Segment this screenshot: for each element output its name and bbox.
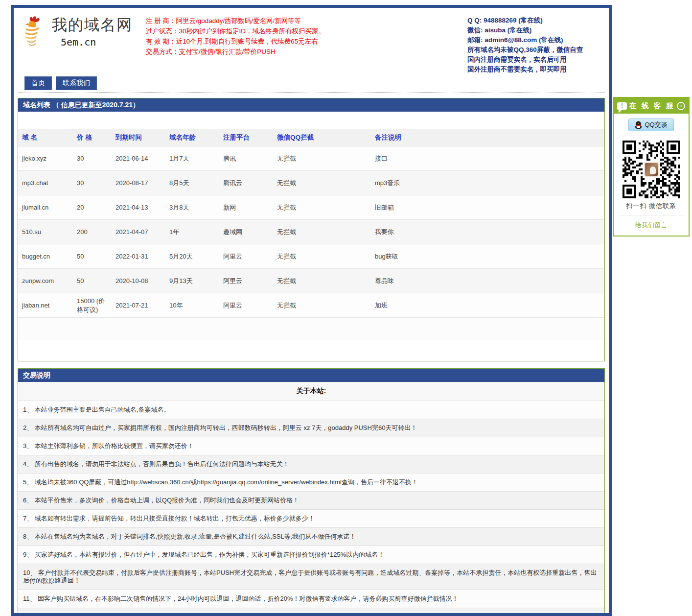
domain-list-spacer <box>18 112 604 129</box>
table-cell: 无拦截 <box>273 275 371 287</box>
table-cell: 尊品味 <box>371 275 604 287</box>
table-cell: 无拦截 <box>273 177 371 190</box>
customer-service-body: QQ交谈 扫一扫 微信联系 给我们留言 <box>614 114 689 236</box>
column-header: 到期时间 <box>112 131 165 144</box>
table-cell: 2020-08-17 <box>112 177 165 189</box>
table-cell: 2022-01-31 <box>112 251 165 262</box>
note-item: 1、 本站业务范围主要是出售自己的域名,备案域名。 <box>18 401 604 419</box>
table-cell: 无拦截 <box>273 226 371 238</box>
nav-item-0[interactable]: 首页 <box>24 76 52 90</box>
contact-line: 国外注册商不需要实名，即买即用 <box>467 65 609 74</box>
contact-info: Q Q: 948888269 (常在线)微信: aisuba (常在线)邮箱: … <box>467 16 609 74</box>
table-cell: 50 <box>73 275 112 286</box>
table-cell: 3月8天 <box>165 201 219 214</box>
table-cell: 无拦截 <box>273 201 371 214</box>
table-cell: 15000 (价格可议) <box>73 295 112 316</box>
qq-chat-label: QQ交谈 <box>645 120 667 129</box>
table-cell: 无拦截 <box>273 250 371 263</box>
domain-list-panel: 域名列表 （ 信息已更新至2020.7.21） 域 名价 格到期时间域名年龄注册… <box>18 98 605 361</box>
site-logo: 我的域名网 5em.cn <box>23 15 133 48</box>
customer-service-header: ! 在 线 客 服 › <box>614 98 689 114</box>
table-cell: 8月5天 <box>165 177 219 190</box>
table-cell: zunpw.com <box>18 275 73 286</box>
note-item: 5、 域名均未被360 QQ屏蔽，可通过http://webscan.360.c… <box>18 474 604 492</box>
note-item: 4、 所有出售的域名，请勿用于非法站点，否则后果自负！售出后任何法律问题均与本站… <box>18 455 604 474</box>
table-cell: 5月20天 <box>165 250 219 263</box>
table-cell: 1年 <box>165 226 219 238</box>
table-cell: jiaban.net <box>18 300 73 311</box>
registrar-notice: 注 册 商：阿里云/godaddy/西部数码/爱名网/新网等等过户状态：30秒内… <box>146 16 325 57</box>
table-cell: 旧邮箱 <box>371 201 604 214</box>
table-row: bugget.cn502022-01-315月20天阿里云无拦截bug获取 <box>18 244 604 269</box>
main-container: 我的域名网 5em.cn 注 册 商：阿里云/godaddy/西部数码/爱名网/… <box>11 5 612 616</box>
column-header: 域名年龄 <box>165 131 219 144</box>
table-cell: 我要你 <box>371 226 604 238</box>
qr-center-avatar <box>644 162 659 177</box>
table-cell: 2020-10-08 <box>112 275 165 286</box>
table-row: jiumail.cn202021-04-133月8天新网无拦截旧邮箱 <box>18 195 604 220</box>
note-item: 3、 本站主张薄利多销，所以价格比较便宜，请买家勿还价！ <box>18 437 604 455</box>
customer-service-title: 在 线 客 服 <box>627 101 677 111</box>
notes-list: 1、 本站业务范围主要是出售自己的域名,备案域名。2、 本站所有域名均可自由过户… <box>18 401 604 616</box>
table-cell: mp3.chat <box>18 177 73 189</box>
qq-penguin-icon <box>635 121 642 129</box>
nav-item-1[interactable]: 联系我们 <box>56 76 97 90</box>
table-cell: 20 <box>73 202 112 213</box>
site-title: 我的域名网 <box>52 15 133 35</box>
notes-panel: 交易说明 关于本站: 1、 本站业务范围主要是出售自己的域名,备案域名。2、 本… <box>18 368 605 616</box>
table-cell: 30 <box>73 177 112 189</box>
table-cell: 趣域网 <box>219 226 273 238</box>
table-cell: jieko.xyz <box>18 153 73 164</box>
table-cell: bug获取 <box>371 250 604 263</box>
scan-hint: 扫一扫 微信联系 <box>614 202 689 211</box>
table-cell: 2021-06-14 <box>112 153 165 164</box>
domain-table-header: 域 名价 格到期时间域名年龄注册平台微信QQ拦截备注说明 <box>18 129 604 146</box>
customer-service-widget: ! 在 线 客 服 › QQ交谈 扫一扫 微信联系 给我们留言 <box>613 97 690 237</box>
table-cell: 2021-04-07 <box>112 226 165 237</box>
contact-line: Q Q: 948888269 (常在线) <box>467 16 609 25</box>
table-cell: 接口 <box>371 152 604 165</box>
note-item: 8、 本站在售域名均为老域名，对于关键词排名,快照更新,收录,流量,是否被K,建… <box>18 528 604 546</box>
table-cell: 无拦截 <box>273 299 371 312</box>
table-cell: 2021-04-13 <box>112 202 165 213</box>
table-cell: 阿里云 <box>219 299 273 312</box>
table-cell: 加班 <box>371 299 604 312</box>
note-item: 2、 本站所有域名均可自由过户，买家拥用所有权，国内注册商均可转出，西部数码秒转… <box>18 419 604 437</box>
notice-line: 注 册 商：阿里云/godaddy/西部数码/爱名网/新网等等 <box>146 16 325 26</box>
table-cell: 50 <box>73 251 112 262</box>
sidebar-divider <box>619 215 684 215</box>
table-cell: 新网 <box>219 201 273 214</box>
note-item: 6、 本站平价售米，多次询价，价格自动上调，以QQ报价为准，同时我们也会及时更新… <box>18 492 604 510</box>
table-cell: 10年 <box>165 299 219 312</box>
site-domain: 5em.cn <box>61 36 133 48</box>
note-item: 9、 买家选好域名，本站有报过价，但在过户中，发现域名已经出售，作为补偿，买家可… <box>18 546 604 564</box>
collapse-arrow-icon[interactable]: › <box>677 102 685 110</box>
table-cell: 510.su <box>18 226 73 237</box>
qq-chat-button[interactable]: QQ交谈 <box>628 118 673 131</box>
chat-bubble-icon: ! <box>617 102 627 110</box>
table-cell: bugget.cn <box>18 251 73 262</box>
table-cell: 2021-07-21 <box>112 300 165 311</box>
table-cell: 腾讯 <box>219 152 273 165</box>
contact-line: 邮箱: admin6@88.com (常在线) <box>467 35 609 45</box>
column-header: 价 格 <box>73 131 112 144</box>
table-row: jieko.xyz302021-06-141月7天腾讯无拦截接口 <box>18 146 604 171</box>
table-cell: 9月13天 <box>165 275 219 287</box>
domain-list-title: 域名列表 （ 信息已更新至2020.7.21） <box>18 98 604 112</box>
contact-line: 微信: aisuba (常在线) <box>467 25 609 35</box>
column-header: 域 名 <box>18 131 73 144</box>
column-header: 微信QQ拦截 <box>273 131 371 144</box>
wechat-qr-code <box>623 141 680 198</box>
note-item: 7、 域名如有转出需求，请提前告知，转出只接受直接付款！域名转出，打包无优惠，标… <box>18 510 604 528</box>
table-cell: 阿里云 <box>219 275 273 287</box>
note-item: 12、 国内注册商在注册商后台解析，GODADDY默认使用DNSPOD的解析，客… <box>18 608 604 616</box>
table-row: zunpw.com502020-10-089月13天阿里云无拦截尊品味 <box>18 269 604 293</box>
main-nav: 首页联系我们 <box>24 76 101 90</box>
table-cell: 无拦截 <box>273 152 371 165</box>
domain-table-footer-space <box>18 318 604 339</box>
contact-line: 所有域名均未被QQ,360屏蔽，微信自查 <box>467 45 609 55</box>
leave-message-link[interactable]: 给我们留言 <box>614 220 689 233</box>
header-divider <box>18 92 605 93</box>
table-cell: jiumail.cn <box>18 202 73 213</box>
note-item: 11、 因客户购买错域名，在不影响二次销售的情况下，24小时内可以退回，退回的话… <box>18 590 604 608</box>
